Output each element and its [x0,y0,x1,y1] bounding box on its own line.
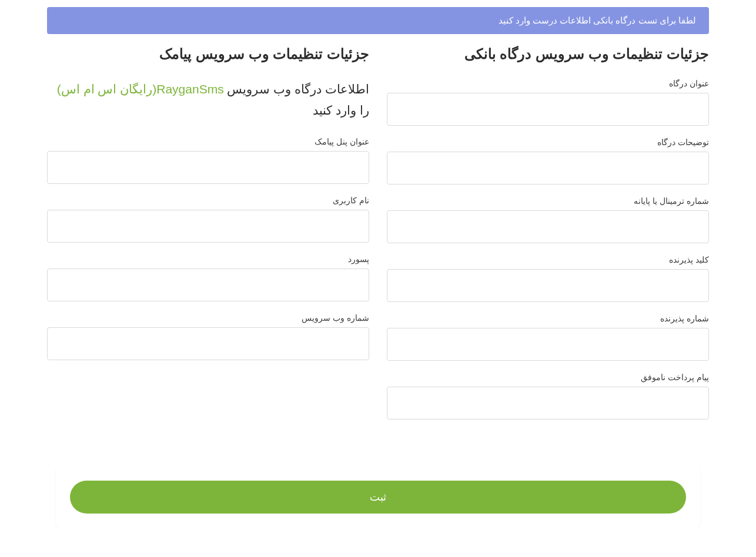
gateway-title-group: عنوان درگاه [387,79,709,126]
sms-brand-latin: RayganSms [156,82,223,96]
terminal-number-group: شماره ترمینال یا پایانه [387,196,709,243]
sms-username-group: نام کاربری [47,196,369,243]
fail-message-label: پیام پرداخت ناموفق [387,373,709,382]
sms-panel-title-label: عنوان پنل پیامک [47,137,369,146]
fail-message-input[interactable] [387,387,709,420]
acceptor-number-input[interactable] [387,328,709,361]
info-alert: لطفا برای تست درگاه بانکی اطلاعات درست و… [47,7,709,34]
acceptor-number-label: شماره پذیرنده [387,314,709,323]
sms-brand-fa: (رایگان اس ام اس) [57,82,157,96]
sms-service-column: جزئیات تنظیمات وب سرویس پیامک اطلاعات در… [47,46,369,431]
sms-panel-title-group: عنوان پنل پیامک [47,137,369,184]
gateway-description-group: توضیحات درگاه [387,137,709,184]
terminal-number-input[interactable] [387,210,709,243]
sms-password-input[interactable] [47,269,369,301]
sms-subheading-suffix: را وارد کنید [313,103,369,117]
sms-subheading: اطلاعات درگاه وب سرویس RayganSms(رایگان … [47,79,369,120]
sms-password-label: پسورد [47,254,369,264]
gateway-description-input[interactable] [387,152,709,184]
sms-username-label: نام کاربری [47,196,369,205]
terminal-number-label: شماره ترمینال یا پایانه [387,196,709,206]
sms-password-group: پسورد [47,254,369,301]
submit-card: ثبت [56,467,700,528]
sms-panel-title-input[interactable] [47,151,369,184]
sms-service-number-input[interactable] [47,327,369,360]
gateway-title-input[interactable] [387,93,709,126]
acceptor-key-label: کلید پذیرنده [387,255,709,264]
sms-username-input[interactable] [47,210,369,243]
bank-gateway-column: جزئیات تنظیمات وب سرویس درگاه بانکی عنوا… [387,46,709,431]
sms-service-heading: جزئیات تنظیمات وب سرویس پیامک [47,46,369,62]
form-columns: جزئیات تنظیمات وب سرویس درگاه بانکی عنوا… [47,46,709,431]
alert-text: لطفا برای تست درگاه بانکی اطلاعات درست و… [499,15,696,25]
sms-service-number-group: شماره وب سرویس [47,313,369,360]
acceptor-key-input[interactable] [387,269,709,302]
submit-button[interactable]: ثبت [70,481,686,514]
gateway-description-label: توضیحات درگاه [387,137,709,147]
fail-message-group: پیام پرداخت ناموفق [387,373,709,420]
sms-subheading-prefix: اطلاعات درگاه وب سرویس [224,82,369,96]
bank-gateway-heading: جزئیات تنظیمات وب سرویس درگاه بانکی [387,46,709,62]
acceptor-number-group: شماره پذیرنده [387,314,709,361]
gateway-title-label: عنوان درگاه [387,79,709,88]
sms-service-number-label: شماره وب سرویس [47,313,369,323]
acceptor-key-group: کلید پذیرنده [387,255,709,302]
